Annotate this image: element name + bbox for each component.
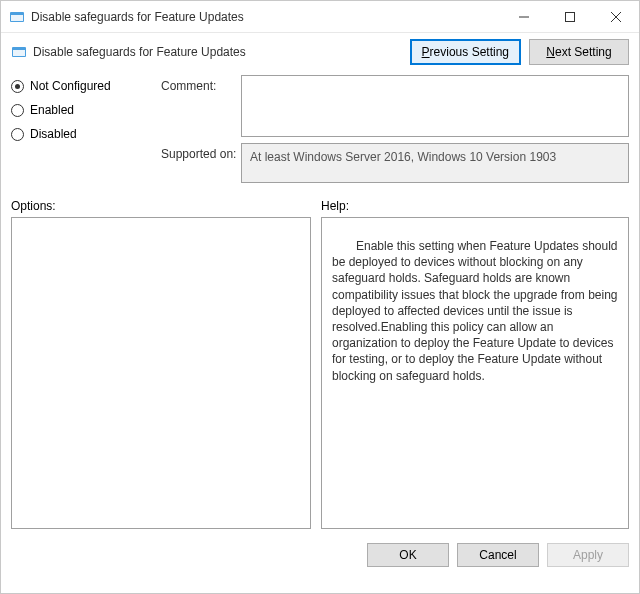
help-panel: Enable this setting when Feature Updates… xyxy=(321,217,629,529)
titlebar: Disable safeguards for Feature Updates xyxy=(1,1,639,33)
radio-icon xyxy=(11,128,24,141)
state-column: Not Configured Enabled Disabled xyxy=(11,75,151,189)
svg-rect-4 xyxy=(566,12,575,21)
options-label: Options: xyxy=(11,199,311,213)
close-button[interactable] xyxy=(593,1,639,33)
radio-icon xyxy=(11,104,24,117)
apply-button: Apply xyxy=(547,543,629,567)
comment-label: Comment: xyxy=(161,75,241,137)
window-title: Disable safeguards for Feature Updates xyxy=(31,10,501,24)
options-panel xyxy=(11,217,311,529)
comment-input[interactable] xyxy=(241,75,629,137)
maximize-button[interactable] xyxy=(547,1,593,33)
svg-rect-2 xyxy=(11,13,23,15)
radio-label: Disabled xyxy=(30,127,77,141)
fields-column: Comment: Supported on: At least Windows … xyxy=(161,75,629,189)
gpo-setting-icon xyxy=(9,9,25,25)
radio-not-configured[interactable]: Not Configured xyxy=(11,79,151,93)
radio-enabled[interactable]: Enabled xyxy=(11,103,151,117)
ok-button[interactable]: OK xyxy=(367,543,449,567)
previous-setting-button[interactable]: Previous Setting xyxy=(410,39,521,65)
cancel-button[interactable]: Cancel xyxy=(457,543,539,567)
svg-rect-9 xyxy=(13,48,25,50)
config-area: Not Configured Enabled Disabled Comment:… xyxy=(1,73,639,193)
supported-on-label: Supported on: xyxy=(161,143,241,183)
panels: Enable this setting when Feature Updates… xyxy=(1,217,639,535)
radio-icon xyxy=(11,80,24,93)
supported-on-value: At least Windows Server 2016, Windows 10… xyxy=(241,143,629,183)
help-text: Enable this setting when Feature Updates… xyxy=(332,238,618,384)
radio-label: Enabled xyxy=(30,103,74,117)
next-setting-button[interactable]: Next Setting xyxy=(529,39,629,65)
header-row: Disable safeguards for Feature Updates P… xyxy=(1,33,639,73)
setting-icon xyxy=(11,44,27,60)
footer: OK Cancel Apply xyxy=(1,535,639,577)
minimize-button[interactable] xyxy=(501,1,547,33)
radio-disabled[interactable]: Disabled xyxy=(11,127,151,141)
setting-name: Disable safeguards for Feature Updates xyxy=(33,45,402,59)
help-label: Help: xyxy=(321,199,349,213)
mid-labels: Options: Help: xyxy=(1,193,639,217)
radio-label: Not Configured xyxy=(30,79,111,93)
